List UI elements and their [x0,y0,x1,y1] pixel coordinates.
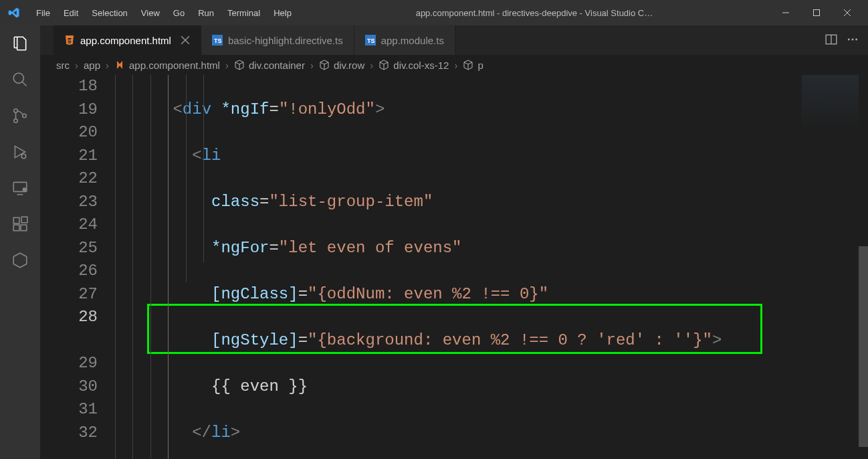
explorer-icon[interactable] [10,33,30,54]
html-file-icon [114,60,125,70]
svg-point-20 [855,38,857,40]
cube-icon [463,60,473,70]
search-icon[interactable] [10,70,30,90]
svg-point-3 [14,109,17,112]
tab-label: app.module.ts [381,35,444,46]
tab-basic-highlight[interactable]: TS basic-highlight.directive.ts [201,25,354,55]
breadcrumb-item[interactable]: p [477,60,483,71]
line-numbers: 18192021222324252627 28 29303132 [40,75,115,459]
more-actions-icon[interactable] [847,33,859,48]
svg-rect-11 [21,225,27,231]
minimize-button[interactable] [770,0,801,25]
close-button[interactable] [832,0,863,25]
svg-point-4 [14,119,17,122]
split-editor-icon[interactable] [825,33,837,48]
ts-file-icon: TS [365,35,376,45]
indent-guides [115,75,211,459]
close-icon[interactable] [181,35,190,45]
svg-text:TS: TS [214,37,222,44]
menu-view[interactable]: View [134,4,167,22]
source-control-icon[interactable] [10,106,30,126]
cube-icon [378,60,389,70]
remote-icon[interactable] [10,178,30,198]
menu-selection[interactable]: Selection [85,4,134,22]
menu-edit[interactable]: Edit [57,4,85,22]
svg-rect-9 [13,217,19,223]
svg-rect-0 [782,13,789,13]
breadcrumb-item[interactable]: div.container [249,60,305,71]
window-controls [770,0,863,25]
cube-icon [234,60,245,70]
code-content[interactable]: <div *ngIf="!onlyOdd"> <li class="list-g… [115,75,868,459]
editor-area: app.component.html TS basic-highlight.di… [40,25,868,459]
menu-go[interactable]: Go [167,4,191,22]
breadcrumb-item[interactable]: src [56,60,70,71]
svg-rect-10 [13,225,19,231]
run-debug-icon[interactable] [10,142,30,162]
tab-label: app.component.html [80,35,171,46]
svg-point-19 [852,38,854,40]
menu-terminal[interactable]: Terminal [221,4,267,22]
breadcrumb-item[interactable]: div.col-xs-12 [393,60,449,71]
svg-rect-1 [814,10,820,16]
breadcrumb-item[interactable]: div.row [334,60,364,71]
tab-app-module[interactable]: TS app.module.ts [354,25,455,55]
breadcrumb-item[interactable]: app [84,60,100,71]
svg-point-8 [23,188,25,191]
scrollbar-track[interactable] [859,75,868,459]
svg-text:TS: TS [367,37,375,44]
svg-point-2 [13,73,23,83]
scrollbar-thumb[interactable] [859,246,868,447]
menu-file[interactable]: File [29,4,57,22]
highlight-annotation [147,304,762,354]
menu-bar: File Edit Selection View Go Run Terminal… [29,4,298,22]
svg-point-5 [23,114,26,117]
tab-label: basic-highlight.directive.ts [228,35,343,46]
tabs-bar: app.component.html TS basic-highlight.di… [40,25,868,55]
breadcrumb[interactable]: src› app› app.component.html› div.contai… [40,55,868,75]
svg-rect-12 [21,217,27,223]
activity-bar [0,25,40,459]
svg-point-6 [21,154,25,159]
other-icon[interactable] [10,250,30,270]
tab-app-component-html[interactable]: app.component.html [53,25,201,55]
title-bar: File Edit Selection View Go Run Terminal… [0,0,868,25]
main-area: app.component.html TS basic-highlight.di… [0,25,868,459]
code-editor[interactable]: 18192021222324252627 28 29303132 <div *n… [40,75,868,459]
svg-point-18 [848,38,850,40]
extensions-icon[interactable] [10,214,30,234]
ts-file-icon: TS [212,35,223,45]
menu-help[interactable]: Help [267,4,298,22]
breadcrumb-item[interactable]: app.component.html [129,60,220,71]
menu-run[interactable]: Run [191,4,221,22]
maximize-button[interactable] [801,0,832,25]
window-title: app.component.html - directives-deepdive… [304,8,765,18]
vscode-logo-icon [8,7,20,19]
cube-icon [319,60,330,70]
html-file-icon [64,35,75,45]
